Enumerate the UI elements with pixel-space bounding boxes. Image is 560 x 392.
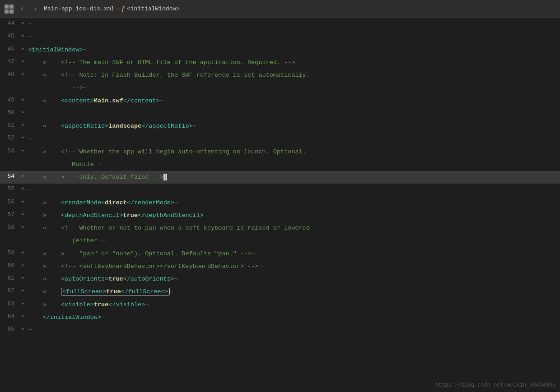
line-content: » <!-- The main SWF or HTML file of the … bbox=[26, 56, 560, 69]
line-number: 46 bbox=[0, 44, 19, 52]
fold-arrow: » bbox=[19, 222, 26, 230]
line-number bbox=[0, 158, 19, 160]
line-content: ¬ bbox=[26, 18, 560, 31]
line-content: » » "pan" or "none"). Optional. Defaults… bbox=[26, 248, 560, 260]
code-line-wrap: -->¬ bbox=[0, 82, 560, 94]
code-line: 57 » » <depthAndStencil>true</depthAndSt… bbox=[0, 209, 560, 222]
code-line: 48 » » <!-- Note: In Flash Builder, the … bbox=[0, 69, 560, 82]
code-line: 46 » <initialWindow>¬ bbox=[0, 44, 560, 56]
fold-arrow: » bbox=[19, 311, 26, 319]
code-line-active: 54 » » » only. Default false -->| bbox=[0, 171, 560, 184]
fold-arrow bbox=[19, 158, 26, 161]
fold-arrow: » bbox=[19, 197, 26, 204]
line-content: » <depthAndStencil>true</depthAndStencil… bbox=[26, 209, 560, 222]
fold-arrow bbox=[19, 235, 26, 237]
line-content: » <visible>true</visible>¬ bbox=[26, 299, 560, 311]
code-line: 62 » » <fullScreen>true</fullScreen>¬ bbox=[0, 286, 560, 298]
code-line: 47 » » <!-- The main SWF or HTML file of… bbox=[0, 56, 560, 69]
fold-arrow: » bbox=[19, 107, 26, 115]
code-line: 56 » » <renderMode>direct</renderMode>¬ bbox=[0, 197, 560, 209]
line-content: » <content>Main.swf</content>¬ bbox=[26, 95, 560, 107]
line-number: 63 bbox=[0, 299, 19, 307]
back-button[interactable]: ‹ bbox=[17, 4, 27, 14]
line-content: » » only. Default false -->| bbox=[26, 171, 560, 184]
code-line: 55 » ¬ bbox=[0, 184, 560, 196]
watermark: https://blog.csdn.net/weixin_39404995 bbox=[435, 382, 555, 388]
line-number: 49 bbox=[0, 95, 19, 103]
fold-arrow: » bbox=[19, 44, 26, 51]
grid-icon bbox=[5, 5, 14, 14]
line-content: (either ¬ bbox=[26, 235, 560, 247]
line-number: 62 bbox=[0, 286, 19, 294]
forward-button[interactable]: › bbox=[31, 4, 41, 14]
line-number bbox=[0, 235, 19, 236]
fold-arrow: » bbox=[19, 184, 26, 191]
line-content: Mobile ¬ bbox=[26, 158, 560, 171]
line-number: 52 bbox=[0, 133, 19, 141]
fold-arrow: » bbox=[19, 260, 26, 268]
line-content: » <!-- <softKeyboardBehavior></softKeybo… bbox=[26, 260, 560, 273]
line-content: ¬ bbox=[26, 324, 560, 337]
line-content: » <renderMode>direct</renderMode>¬ bbox=[26, 197, 560, 209]
line-number: 51 bbox=[0, 120, 19, 129]
fold-arrow: » bbox=[19, 133, 26, 140]
line-number: 45 bbox=[0, 31, 19, 39]
line-content: -->¬ bbox=[26, 82, 560, 94]
line-content: » <aspectRatio>landscape</aspectRatio>¬ bbox=[26, 120, 560, 133]
line-content: » <!-- Whether the app will begin auto-o… bbox=[26, 146, 560, 158]
fold-arrow: » bbox=[19, 324, 26, 332]
line-number: 50 bbox=[0, 107, 19, 116]
line-number: 57 bbox=[0, 209, 19, 218]
code-line: 65 » ¬ bbox=[0, 324, 560, 337]
line-content: » <!-- Note: In Flash Builder, the SWF r… bbox=[26, 69, 560, 82]
fold-arrow: » bbox=[19, 171, 26, 179]
breadcrumb-func-name: <initialWindow> bbox=[127, 5, 180, 12]
line-content: » <fullScreen>true</fullScreen>¬ bbox=[26, 286, 560, 298]
code-area[interactable]: 44 » ¬ 45 » ¬ 46 » <initialWindow>¬ 47 »… bbox=[0, 18, 560, 392]
titlebar: ‹ › Main-app_ios-dis.xml › ƒ <initialWin… bbox=[0, 0, 560, 18]
code-line: 53 » » <!-- Whether the app will begin a… bbox=[0, 146, 560, 158]
code-line: 49 » » <content>Main.swf</content>¬ bbox=[0, 95, 560, 107]
line-number: 59 bbox=[0, 248, 19, 256]
line-content: <initialWindow>¬ bbox=[26, 44, 560, 56]
fold-arrow: » bbox=[19, 69, 26, 77]
code-line: 58 » » <!-- Whether or not to pan when a… bbox=[0, 222, 560, 235]
line-content: ¬ bbox=[26, 31, 560, 43]
line-content: » <autoOrients>true</autoOrients>¬ bbox=[26, 273, 560, 286]
line-number: 65 bbox=[0, 324, 19, 332]
fold-arrow bbox=[19, 82, 26, 84]
code-line: 45 » ¬ bbox=[0, 31, 560, 43]
line-number: 48 bbox=[0, 69, 19, 78]
line-content: » <!-- Whether or not to pan when a soft… bbox=[26, 222, 560, 235]
breadcrumb: Main-app_ios-dis.xml › ƒ <initialWindow> bbox=[44, 5, 180, 12]
code-line: 60 » » <!-- <softKeyboardBehavior></soft… bbox=[0, 260, 560, 273]
line-number: 58 bbox=[0, 222, 19, 231]
code-line: 50 » ¬ bbox=[0, 107, 560, 120]
line-number bbox=[0, 82, 19, 83]
line-number: 56 bbox=[0, 197, 19, 205]
breadcrumb-filename[interactable]: Main-app_ios-dis.xml bbox=[44, 5, 114, 12]
code-line: 64 » </initialWindow>¬ bbox=[0, 311, 560, 324]
line-content: ¬ bbox=[26, 133, 560, 145]
fold-arrow: » bbox=[19, 299, 26, 306]
code-line: 63 » » <visible>true</visible>¬ bbox=[0, 299, 560, 311]
fold-arrow: » bbox=[19, 31, 26, 38]
line-number: 44 bbox=[0, 18, 19, 27]
line-number: 60 bbox=[0, 260, 19, 269]
fold-arrow: » bbox=[19, 56, 26, 64]
line-content: ¬ bbox=[26, 184, 560, 196]
fold-arrow: » bbox=[19, 120, 26, 128]
line-number: 47 bbox=[0, 56, 19, 65]
line-number: 55 bbox=[0, 184, 19, 192]
fold-arrow: » bbox=[19, 248, 26, 255]
line-number: 53 bbox=[0, 146, 19, 154]
fold-arrow: » bbox=[19, 95, 26, 102]
code-line: 51 » » <aspectRatio>landscape</aspectRat… bbox=[0, 120, 560, 133]
fold-arrow: » bbox=[19, 146, 26, 153]
line-number-active: 54 bbox=[0, 171, 19, 180]
fold-arrow: » bbox=[19, 18, 26, 26]
line-number: 61 bbox=[0, 273, 19, 281]
fold-arrow: » bbox=[19, 209, 26, 217]
breadcrumb-separator: › bbox=[116, 5, 120, 12]
fold-arrow: » bbox=[19, 286, 26, 293]
